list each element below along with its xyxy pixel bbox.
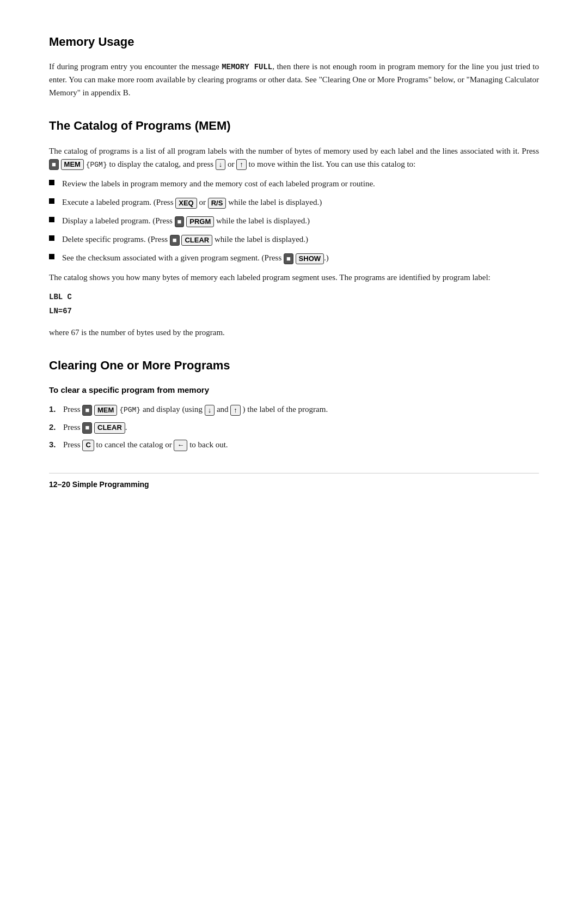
back-key-step3: ← [174,440,187,451]
bullet-text-3: Display a labeled program. (Press ■ PRGM… [62,214,310,227]
step-3: 3. Press C to cancel the catalog or ← to… [49,438,539,451]
clearing-programs-section: Clearing One or More Programs To clear a… [49,356,539,451]
catalog-bullets: Review the labels in program memory and … [49,177,539,264]
code-line-2: LN=67 [49,305,539,318]
down-key: ↓ [216,159,226,170]
memory-usage-title: Memory Usage [49,33,539,51]
clear-specific-subtitle: To clear a specific program from memory [49,384,539,396]
step-1-num: 1. [49,403,58,416]
gto-shift-step1: ■ [82,405,92,416]
clear-key-4: CLEAR [181,235,212,246]
step-1: 1. Press ■ MEM {PGM} and display (using … [49,403,539,416]
down-key-step1: ↓ [205,405,215,416]
gto-key-shift: ■ [49,159,59,170]
bullet-square-2 [49,198,54,204]
bullet-text-5: See the checksum associated with a given… [62,251,329,264]
memory-full-code: MEMORY FULL [222,63,272,71]
gto-shift-5: ■ [284,253,293,264]
bullet-item-3: Display a labeled program. (Press ■ PRGM… [49,214,539,227]
clear-steps-list: 1. Press ■ MEM {PGM} and display (using … [49,403,539,451]
pgm-curly: {PGM} [86,161,107,169]
mem-key: MEM [61,159,84,170]
bullet-text-4: Delete specific programs. (Press ■ CLEAR… [62,233,308,246]
bullet-square-3 [49,217,54,222]
bullet-square-1 [49,180,54,185]
xeq-key: XEQ [175,198,197,209]
bullet-text-2: Execute a labeled program. (Press XEQ or… [62,196,322,209]
step-1-text: Press ■ MEM {PGM} and display (using ↓ a… [63,403,328,416]
bullet-square-4 [49,235,54,241]
pgm-curly-step1: {PGM} [119,406,140,414]
code-line-1: LBL C [49,290,539,304]
bullet-text-1: Review the labels in program memory and … [62,177,375,190]
step-3-num: 3. [49,438,58,451]
step-3-text: Press C to cancel the catalog or ← to ba… [63,438,228,451]
catalog-intro-paragraph: The catalog of programs is a list of all… [49,144,539,171]
clearing-programs-title: Clearing One or More Programs [49,356,539,375]
gto-shift-3: ■ [175,216,185,227]
step-2-text: Press ■ CLEAR. [63,421,127,434]
clear-key-step2: CLEAR [94,422,125,433]
gto-shift-4: ■ [170,235,180,246]
code-block: LBL C LN=67 [49,290,539,318]
up-key: ↑ [236,159,247,170]
step-2-num: 2. [49,421,58,434]
catalog-desc-paragraph: The catalog shows you how many bytes of … [49,271,539,284]
prgm-key-3: PRGM [186,216,214,227]
bullet-item-4: Delete specific programs. (Press ■ CLEAR… [49,233,539,246]
gto-shift-step2: ■ [82,422,92,433]
step-2: 2. Press ■ CLEAR. [49,421,539,434]
up-key-step1: ↑ [230,405,241,416]
catalog-programs-section: The Catalog of Programs (MEM) The catalo… [49,117,539,338]
bullet-item-2: Execute a labeled program. (Press XEQ or… [49,196,539,209]
rs-key: R/S [208,198,226,209]
where-text: where 67 is the number of bytes used by … [49,326,539,339]
catalog-programs-title: The Catalog of Programs (MEM) [49,117,539,135]
c-key-step3: C [82,440,94,451]
mem-key-step1: MEM [94,405,117,416]
bullet-square-5 [49,254,54,259]
memory-usage-paragraph: If during program entry you encounter th… [49,60,539,99]
memory-usage-section: Memory Usage If during program entry you… [49,33,539,99]
page-footer: 12–20 Simple Programming [49,473,539,491]
bullet-item-5: See the checksum associated with a given… [49,251,539,264]
bullet-item-1: Review the labels in program memory and … [49,177,539,190]
show-key-5: SHOW [296,253,324,264]
